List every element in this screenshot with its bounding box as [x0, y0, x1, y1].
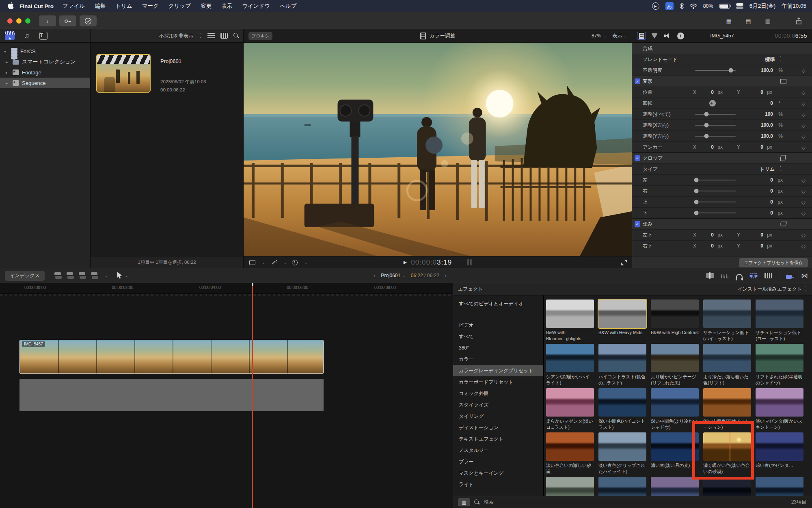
effect-preset[interactable]: [756, 477, 803, 496]
wifi-icon[interactable]: [690, 4, 697, 9]
inspector-toggle-icon[interactable]: ▥: [761, 16, 775, 26]
audio-inspector-tab[interactable]: [663, 32, 672, 40]
viewer-canvas[interactable]: [244, 43, 632, 256]
append-edit-icon[interactable]: [79, 272, 86, 279]
effect-preset-thumbnail[interactable]: [598, 432, 646, 461]
x-value[interactable]: 0: [693, 243, 714, 249]
checkbox-checked-icon[interactable]: ✓: [635, 155, 640, 161]
effect-preset[interactable]: [598, 477, 646, 496]
effect-preset[interactable]: 濃い青(淡い月の光): [651, 432, 699, 477]
connect-edit-icon[interactable]: [54, 272, 62, 279]
y-value[interactable]: 0: [743, 232, 763, 238]
parameter-value[interactable]: トリム: [760, 166, 775, 173]
share-button[interactable]: [792, 16, 806, 26]
effect-preset[interactable]: サチュレーション低下(ハイ...ラスト): [703, 300, 751, 344]
zoom-level-menu[interactable]: 87%⌄: [592, 33, 606, 39]
effect-preset[interactable]: B&W with Bloomin...ghlights: [546, 300, 594, 344]
x-value[interactable]: 0: [693, 232, 714, 238]
effect-preset-thumbnail[interactable]: [598, 344, 646, 372]
slider-knob[interactable]: [694, 200, 699, 204]
insert-edit-icon[interactable]: [67, 272, 74, 279]
search-icon[interactable]: [233, 33, 239, 39]
effect-preset-thumbnail[interactable]: [651, 477, 699, 496]
snapping-magnet-icon[interactable]: [749, 273, 758, 278]
effects-category-ノスタルジー[interactable]: ノスタルジー: [453, 445, 543, 456]
keyframe-diamond-icon[interactable]: ◇: [801, 232, 806, 238]
select-tool-icon[interactable]: [117, 271, 123, 280]
clip-name[interactable]: Proj0601: [160, 58, 238, 64]
menu-item[interactable]: 表示: [221, 2, 232, 10]
effect-preset-thumbnail[interactable]: [756, 344, 803, 372]
timeline-clip[interactable]: IMG_5457: [19, 340, 324, 374]
effects-category-すべて[interactable]: すべて: [453, 331, 543, 342]
y-value[interactable]: 0: [743, 144, 763, 150]
keyframe-diamond-icon[interactable]: ◇: [801, 177, 806, 183]
effect-preset-thumbnail[interactable]: [651, 300, 699, 328]
background-tasks-button[interactable]: [80, 15, 97, 26]
parameter-value[interactable]: 100.0: [749, 67, 773, 73]
effect-preset[interactable]: 暗い青(マゼンタ…: [756, 432, 803, 477]
enhancements-wand-icon[interactable]: [271, 259, 277, 265]
project-menu[interactable]: Proj0601⌄: [381, 273, 405, 278]
play-button[interactable]: ▶: [404, 260, 407, 265]
playhead[interactable]: [252, 283, 253, 508]
slider-knob[interactable]: [704, 134, 709, 139]
parameter-value[interactable]: 0: [749, 188, 773, 194]
audio-meters[interactable]: [467, 259, 472, 265]
menu-item[interactable]: クリップ: [168, 2, 191, 10]
parameter-value[interactable]: 0: [749, 100, 773, 106]
now-playing-icon[interactable]: ▶: [652, 2, 659, 10]
filmstrip-view-icon[interactable]: [220, 33, 228, 39]
transform-tool-icon[interactable]: [249, 260, 255, 265]
effects-category-コミック外観[interactable]: コミック外観: [453, 388, 543, 399]
browser-view-toggle-icon[interactable]: ▦: [722, 16, 736, 26]
parameter-value[interactable]: 0: [749, 199, 773, 205]
menubar-date[interactable]: 6月2日(金): [749, 2, 776, 10]
timeline-secondary-lane[interactable]: [19, 379, 324, 411]
effect-preset-thumbnail[interactable]: [651, 344, 699, 372]
color-inspector-tab[interactable]: [650, 32, 659, 40]
apple-menu-icon[interactable]: [6, 2, 16, 10]
import-media-button[interactable]: ↓: [39, 15, 56, 26]
control-center-icon[interactable]: [736, 3, 743, 9]
effect-preset-thumbnail[interactable]: [756, 477, 803, 496]
timeline-view-toggle-icon[interactable]: ▤: [741, 16, 755, 26]
zoom-window-button[interactable]: [25, 18, 30, 24]
effect-preset[interactable]: [546, 477, 594, 496]
effect-preset[interactable]: 深い中間色(より冷たいシャドウ): [651, 388, 699, 432]
clip-appearance-icon[interactable]: [764, 273, 772, 278]
index-button[interactable]: インデックス: [5, 271, 45, 281]
slider-knob[interactable]: [704, 112, 709, 117]
slider-knob[interactable]: [704, 123, 709, 128]
effects-browser-toggle-icon[interactable]: [786, 273, 794, 279]
clip-thumbnail[interactable]: [96, 54, 151, 93]
sound-effects-icon[interactable]: [24, 32, 30, 40]
slider-knob[interactable]: [694, 189, 699, 193]
effect-preset-thumbnail[interactable]: [756, 300, 803, 328]
hide-rejected-filter[interactable]: 不採用を非表示: [159, 33, 193, 39]
disclosure-triangle-icon[interactable]: ▸: [6, 60, 10, 64]
retime-icon[interactable]: [292, 260, 298, 265]
effects-category-テキストエフェクト[interactable]: テキストエフェクト: [453, 433, 543, 445]
effects-search-label[interactable]: 検索: [484, 499, 494, 506]
disclosure-triangle-icon[interactable]: ▸: [6, 81, 10, 85]
installed-effects-filter[interactable]: インストール済みエフェクト ⌃⌄: [737, 286, 807, 293]
parameter-value[interactable]: 100.0: [749, 133, 773, 139]
effect-preset-thumbnail[interactable]: [703, 344, 751, 372]
effects-category-タイリング[interactable]: タイリング: [453, 410, 543, 422]
disclosure-triangle-icon[interactable]: ▾: [4, 49, 8, 54]
slider-knob[interactable]: [694, 211, 699, 215]
effect-preset[interactable]: より冷たい落ち着いた色(リフト): [703, 344, 751, 388]
parameter-slider[interactable]: [695, 136, 736, 137]
keyword-editor-button[interactable]: [59, 15, 76, 26]
x-value[interactable]: 0: [693, 144, 714, 150]
parameter-slider[interactable]: [695, 70, 736, 71]
prev-project-icon[interactable]: ‹: [374, 273, 375, 279]
effect-preset[interactable]: 淡い青色(クリップされたハイライト): [598, 432, 646, 477]
effect-preset-thumbnail[interactable]: [546, 432, 594, 461]
effect-preset[interactable]: より暖かいビンテージ(リフ...れた黒): [651, 344, 699, 388]
disclosure-triangle-icon[interactable]: ▸: [6, 70, 10, 75]
effect-preset-thumbnail[interactable]: [598, 300, 646, 328]
audio-waveform-icon[interactable]: [721, 273, 729, 278]
headphones-icon[interactable]: [736, 274, 743, 279]
